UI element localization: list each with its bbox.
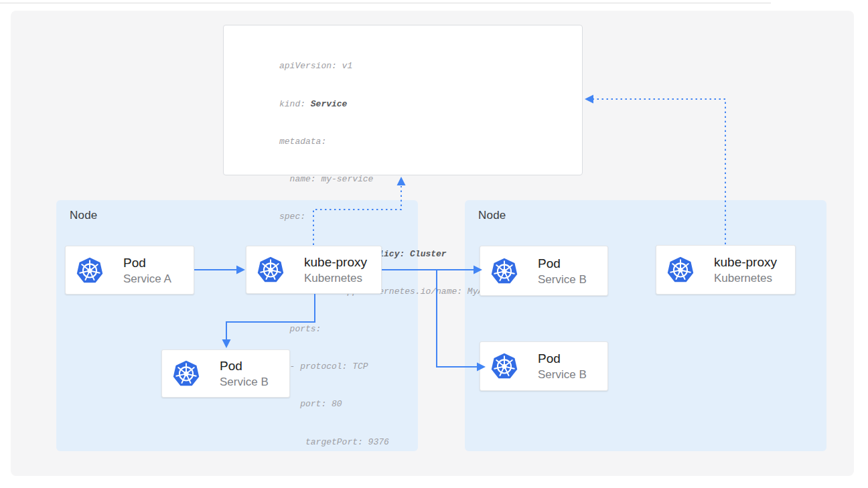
card-subtitle: Service A [123,271,171,287]
kubernetes-icon [490,352,518,380]
card-title: Pod [538,350,587,367]
yaml-line: port: 80 [279,398,494,411]
yaml-line: apiVersion: v1 [279,60,494,73]
yaml-line: metadata: [279,136,494,149]
pod-card-service-b-right-top: Pod Service B [480,246,608,296]
card-title: Pod [220,357,269,374]
kubernetes-icon [76,256,104,284]
yaml-line: targetPort: 9376 [279,436,494,449]
node-panel-right: Node [465,200,826,451]
yaml-line: name: my-service [279,173,494,186]
card-subtitle: Service B [538,272,587,287]
pod-card-service-b-left: Pod Service B [161,349,290,398]
kubernetes-icon [257,256,285,284]
card-subtitle: Kubernetes [304,270,367,286]
kube-proxy-card-right: kube-proxy Kubernetes [656,245,796,295]
service-yaml-card: apiVersion: v1 kind: Service metadata: n… [223,25,583,175]
node-label: Node [70,209,97,222]
kubernetes-internal-traffic-diagram: Node Node apiVersion: v1 kind: Service m… [0,0,868,488]
card-subtitle: Kubernetes [714,270,777,286]
yaml-line: spec: [279,211,494,224]
pod-card-service-b-right-bottom: Pod Service B [480,341,608,391]
card-subtitle: Service B [538,367,587,382]
card-title: kube-proxy [714,254,777,270]
kubernetes-icon [666,256,695,284]
kube-proxy-card-left: kube-proxy Kubernetes [246,246,382,294]
card-title: Pod [538,255,587,272]
yaml-line: kind: Service [279,98,494,111]
card-subtitle: Service B [220,374,269,390]
kubernetes-icon [172,359,200,388]
pod-card-service-a: Pod Service A [65,246,194,295]
page-top-divider [0,3,771,3]
yaml-line: ports: [279,323,494,336]
card-title: kube-proxy [304,254,367,270]
yaml-line: - protocol: TCP [279,361,494,374]
card-title: Pod [123,254,171,271]
kubernetes-icon [490,257,518,285]
